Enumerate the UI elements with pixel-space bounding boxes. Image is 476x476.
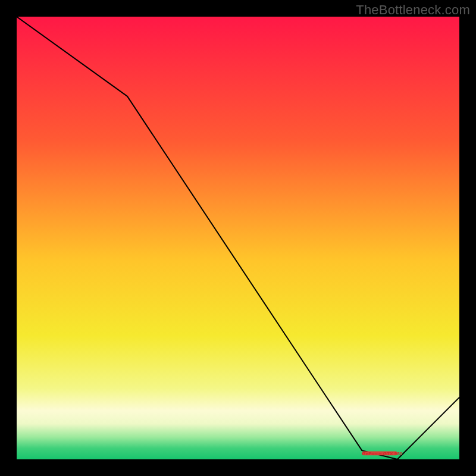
chart-plot-area: GeForce GTX 980 [17,17,459,459]
watermark-text: TheBottleneck.com [356,2,470,18]
marker-label: GeForce GTX 980 [362,451,402,456]
chart-svg [17,17,459,459]
chart-frame: TheBottleneck.com GeForce GTX 980 [0,0,476,476]
gradient-background [17,17,459,459]
